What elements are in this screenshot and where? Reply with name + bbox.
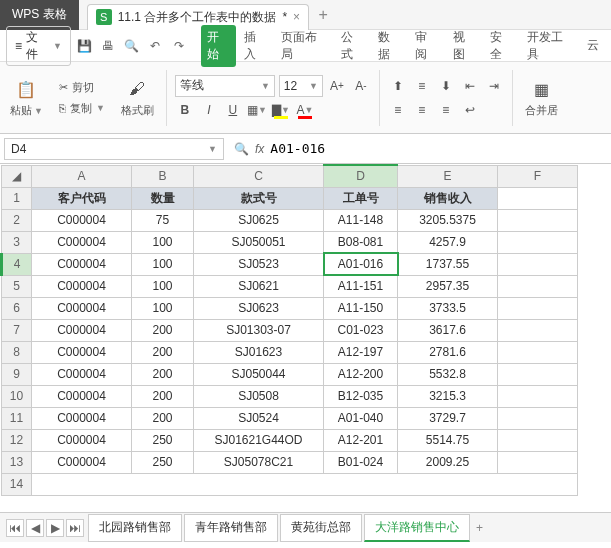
indent-right-icon[interactable]: ⇥ [484,75,504,97]
cell-A5[interactable]: C000004 [32,275,132,297]
increase-font-icon[interactable]: A+ [327,75,347,97]
cell-D2[interactable]: A11-148 [324,209,398,231]
save-icon[interactable]: 💾 [75,36,95,56]
cell-E9[interactable]: 5532.8 [398,363,498,385]
sheet-nav-prev-icon[interactable]: ◀ [26,519,44,537]
cell-C13[interactable]: SJ05078C21 [194,451,324,473]
sheet-tab-3[interactable]: 大洋路销售中心 [364,514,470,542]
col-header-A[interactable]: A [32,165,132,187]
add-sheet-icon[interactable]: + [476,521,483,535]
cell-A6[interactable]: C000004 [32,297,132,319]
sheet-tab-0[interactable]: 北园路销售部 [88,514,182,542]
sheet-nav-first-icon[interactable]: ⏮ [6,519,24,537]
cell-C8[interactable]: SJ01623 [194,341,324,363]
row-header-1[interactable]: 1 [2,187,32,209]
cell-E13[interactable]: 2009.25 [398,451,498,473]
name-box[interactable]: D4▼ [4,138,224,160]
decrease-font-icon[interactable]: A- [351,75,371,97]
copy-button[interactable]: ⎘复制▼ [55,99,109,118]
cell-D5[interactable]: A11-151 [324,275,398,297]
ribbon-tab-5[interactable]: 审阅 [409,25,444,67]
cell-C7[interactable]: SJ01303-07 [194,319,324,341]
ribbon-tab-4[interactable]: 数据 [372,25,407,67]
fill-color-button[interactable]: ▇▼ [271,99,291,121]
cell-E12[interactable]: 5514.75 [398,429,498,451]
cell-D13[interactable]: B01-024 [324,451,398,473]
cell-D12[interactable]: A12-201 [324,429,398,451]
cell-B12[interactable]: 250 [132,429,194,451]
cell-A3[interactable]: C000004 [32,231,132,253]
print-icon[interactable]: 🖶 [98,36,118,56]
align-middle-icon[interactable]: ≡ [412,75,432,97]
row-header-2[interactable]: 2 [2,209,32,231]
font-color-button[interactable]: A▼ [295,99,315,121]
cell-E4[interactable]: 1737.55 [398,253,498,275]
cell-C2[interactable]: SJ0625 [194,209,324,231]
row-header-3[interactable]: 3 [2,231,32,253]
indent-left-icon[interactable]: ⇤ [460,75,480,97]
cell-C3[interactable]: SJ050051 [194,231,324,253]
ribbon-tab-9[interactable]: 云 [581,33,605,58]
cell-E11[interactable]: 3729.7 [398,407,498,429]
cell-D11[interactable]: A01-040 [324,407,398,429]
ribbon-tab-8[interactable]: 开发工具 [521,25,579,67]
new-tab-button[interactable]: + [309,6,337,24]
row-header-5[interactable]: 5 [2,275,32,297]
cell-B9[interactable]: 200 [132,363,194,385]
col-header-E[interactable]: E [398,165,498,187]
cell-E10[interactable]: 3215.3 [398,385,498,407]
cell-C12[interactable]: SJ01621G44OD [194,429,324,451]
sheet-nav-next-icon[interactable]: ▶ [46,519,64,537]
file-menu[interactable]: ≡ 文件 ▼ [6,26,71,66]
bold-button[interactable]: B [175,99,195,121]
ribbon-tab-0[interactable]: 开始 [201,25,236,67]
ribbon-tab-1[interactable]: 插入 [238,25,273,67]
row-header-9[interactable]: 9 [2,363,32,385]
col-header-B[interactable]: B [132,165,194,187]
ribbon-tab-3[interactable]: 公式 [335,25,370,67]
paste-button[interactable]: 📋 粘贴▼ [6,75,47,120]
font-name-select[interactable]: 等线▼ [175,75,275,97]
sheet-nav-last-icon[interactable]: ⏭ [66,519,84,537]
data-header[interactable]: 工单号 [324,187,398,209]
data-header[interactable]: 销售收入 [398,187,498,209]
row-header-10[interactable]: 10 [2,385,32,407]
search-icon[interactable]: 🔍 [234,142,249,156]
cell-D4[interactable]: A01-016 [324,253,398,275]
cell-E2[interactable]: 3205.5375 [398,209,498,231]
cut-button[interactable]: ✂剪切 [55,78,109,97]
cell-A13[interactable]: C000004 [32,451,132,473]
row-header-14[interactable]: 14 [2,473,32,495]
cell-A7[interactable]: C000004 [32,319,132,341]
row-header-11[interactable]: 11 [2,407,32,429]
cell-E6[interactable]: 3733.5 [398,297,498,319]
align-top-icon[interactable]: ⬆ [388,75,408,97]
cell-E7[interactable]: 3617.6 [398,319,498,341]
cell-C6[interactable]: SJ0623 [194,297,324,319]
cell-B3[interactable]: 100 [132,231,194,253]
cell-A10[interactable]: C000004 [32,385,132,407]
cell-D9[interactable]: A12-200 [324,363,398,385]
close-icon[interactable]: × [293,10,300,24]
align-left-icon[interactable]: ≡ [388,99,408,121]
cell-E8[interactable]: 2781.6 [398,341,498,363]
cell-C4[interactable]: SJ0523 [194,253,324,275]
font-size-select[interactable]: 12▼ [279,75,323,97]
cell-E3[interactable]: 4257.9 [398,231,498,253]
underline-button[interactable]: U [223,99,243,121]
undo-icon[interactable]: ↶ [145,36,165,56]
data-header[interactable]: 客户代码 [32,187,132,209]
data-header[interactable]: 数量 [132,187,194,209]
sheet-tab-2[interactable]: 黄苑街总部 [280,514,362,542]
cell-A11[interactable]: C000004 [32,407,132,429]
formula-bar[interactable] [270,141,470,156]
cell-B2[interactable]: 75 [132,209,194,231]
col-header-D[interactable]: D [324,165,398,187]
sheet-tab-1[interactable]: 青年路销售部 [184,514,278,542]
cell-D3[interactable]: B08-081 [324,231,398,253]
ribbon-tab-2[interactable]: 页面布局 [275,25,333,67]
col-header-F[interactable]: F [498,165,578,187]
row-header-12[interactable]: 12 [2,429,32,451]
border-button[interactable]: ▦▼ [247,99,267,121]
redo-icon[interactable]: ↷ [169,36,189,56]
